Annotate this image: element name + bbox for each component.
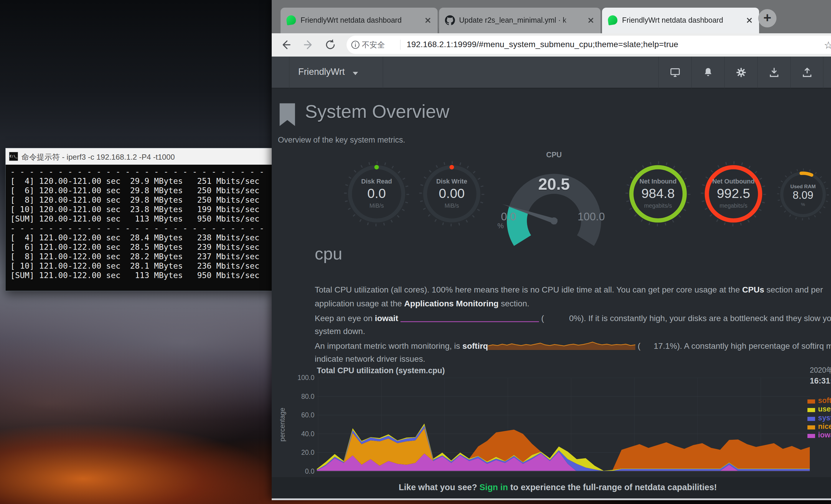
legend-item-system[interactable]: system [807,414,831,421]
gauge-unit: % [497,222,504,230]
legend-label: nice [818,422,831,431]
gauge-dial: Used RAM8.09% [776,168,830,221]
tab-friendlywrt-netdata-1[interactable]: FriendlyWrt netdata dashboard [281,8,438,33]
gauge-value: 992.5 [717,186,750,201]
chart-time: 16:31:2 [810,377,831,386]
legend-item-nice[interactable]: nice [807,422,831,430]
gauge-dial: Net Inbound984.8megabits/s [625,160,691,227]
cpu-utilization-chart[interactable] [317,378,810,472]
upload-icon [802,67,813,78]
gauge-label: Disk Read [361,178,392,185]
print-view-button[interactable] [658,57,691,88]
bell-icon [703,67,714,78]
legend-label: softirq [818,396,831,405]
tab-close-icon[interactable] [745,16,754,25]
tab-title: FriendlyWrt netdata dashboard [300,16,419,25]
gauge-label: Used RAM [790,183,816,189]
import-snapshot-button[interactable] [757,57,790,88]
terminal-window: C:\_ 命令提示符 - iperf3 -c 192.168.1.2 -P4 -… [5,148,272,291]
github-favicon-icon [445,15,455,25]
inline-link[interactable]: CPUs [742,285,765,294]
browser-toolbar: 不安全 192.168.2.1:19999/#menu_system_subme… [272,33,831,57]
gauge-dial: Disk Read0.0MiB/s [343,160,410,227]
gauge-net-inbound[interactable]: Net Inbound984.8megabits/s [625,160,691,227]
tab-github-update-yml[interactable]: Update r2s_lean_minimal.yml · k [439,8,601,33]
text-segment: system down. [315,327,365,336]
text-segment: section and per [764,285,823,294]
terminal-output: - - - - - - - - - - - - - - - - - - - - … [10,167,272,280]
y-tick-label: 80.0 [282,393,314,401]
text-segment: 17.1%). A constantly high percentage of … [654,342,831,351]
back-button-icon[interactable] [278,37,293,52]
y-tick-label: 40.0 [282,430,314,438]
forward-button-icon[interactable] [302,37,316,52]
gauge-value: 984.8 [641,186,675,201]
legend-label: user [818,405,831,413]
inline-link[interactable]: Applications Monitoring [404,299,498,308]
monitor-icon [669,67,681,78]
chart-title: Total CPU utilization (system.cpu) [317,366,445,375]
gauge-label: Disk Write [436,178,467,185]
tab-friendlywrt-netdata-2-active[interactable]: FriendlyWrt netdata dashboard [602,8,759,33]
tab-close-icon[interactable] [586,16,595,25]
terminal-body[interactable]: - - - - - - - - - - - - - - - - - - - - … [6,165,272,291]
y-tick-label: 20.0 [282,449,314,456]
gauge-unit: MiB/s [445,202,459,209]
gauge-used-ram[interactable]: Used RAM8.09% [776,168,830,221]
text-segment: Total CPU utilization (all cores). 100% … [315,285,742,294]
alarms-button[interactable] [691,57,724,88]
legend-item-iowait[interactable]: iowait [807,431,831,438]
gauge-disk-write[interactable]: Disk Write0.00MiB/s [419,160,485,227]
export-snapshot-button[interactable] [790,57,823,88]
description-line: An important metric worth monitoring, is… [315,340,831,351]
page-subtitle: Overview of the key system metrics. [278,136,405,145]
legend-swatch [807,399,815,404]
text-segment: ( [635,342,640,351]
signin-link[interactable]: Sign in [480,482,508,492]
legend-label: system [818,414,831,422]
bookmark-star-icon[interactable]: ☆ [824,39,831,51]
sparkline-iowait[interactable] [400,313,539,323]
host-name: FriendlyWrt [298,66,345,77]
info-icon[interactable] [351,40,360,50]
gauge-unit: % [801,202,805,207]
settings-button[interactable] [724,57,757,88]
gauge-net-outbound[interactable]: Net Outbound992.5megabits/s [700,160,767,227]
security-label[interactable]: 不安全 [362,40,385,50]
signin-banner: Like what you see? Sign in to experience… [272,477,831,498]
text-segment: Keep an eye on [315,314,375,323]
gauge-value: 0.0 [368,186,386,201]
text-segment: ( [539,314,544,323]
legend-label: iowait [818,431,831,439]
terminal-title: 命令提示符 - iperf3 -c 192.168.1.2 -P4 -t1000 [22,152,175,162]
gauge-value: 20.5 [489,175,619,194]
text-segment: An important metric worth monitoring, is [315,342,462,351]
tab-separator [438,12,439,28]
gauge-disk-read[interactable]: Disk Read0.0MiB/s [343,160,410,227]
reload-button-icon[interactable] [323,37,338,52]
sparkline-softirq[interactable] [488,340,635,351]
y-tick-label: 100.0 [282,374,314,382]
tab-close-icon[interactable] [424,16,432,25]
legend-item-user[interactable]: user [807,405,831,412]
text-segment: 0%). If it is constantly high, your disk… [569,314,831,323]
signin-text-pre: Like what you see? [399,482,480,492]
terminal-titlebar[interactable]: C:\_ 命令提示符 - iperf3 -c 192.168.1.2 -P4 -… [6,148,272,165]
gauge-value: 0.00 [439,186,465,201]
cmd-prompt-icon: C:\_ [9,152,18,161]
host-dropdown[interactable]: FriendlyWrt [289,57,383,88]
text-segment [398,314,400,323]
description-line: Total CPU utilization (all cores). 100% … [315,285,823,295]
tab-title: FriendlyWrt netdata dashboard [622,16,740,25]
gauge-cpu[interactable]: CPU 20.5 0.0 100.0 % [489,149,619,240]
url-text[interactable]: 192.168.2.1:19999/#menu_system_submenu_c… [407,40,678,49]
legend-item-softirq[interactable]: softirq [807,396,831,404]
netdata-page: FriendlyWrt [272,57,831,498]
gauge-unit: MiB/s [370,202,384,209]
download-icon [769,67,780,78]
address-bar[interactable]: 不安全 192.168.2.1:19999/#menu_system_subme… [347,36,831,54]
chart-y-axis-label: percentage [279,404,286,445]
new-tab-button[interactable]: + [758,9,776,27]
description-line: application usage at the Applications Mo… [315,299,529,308]
gauge-min: 0.0 [501,211,516,223]
